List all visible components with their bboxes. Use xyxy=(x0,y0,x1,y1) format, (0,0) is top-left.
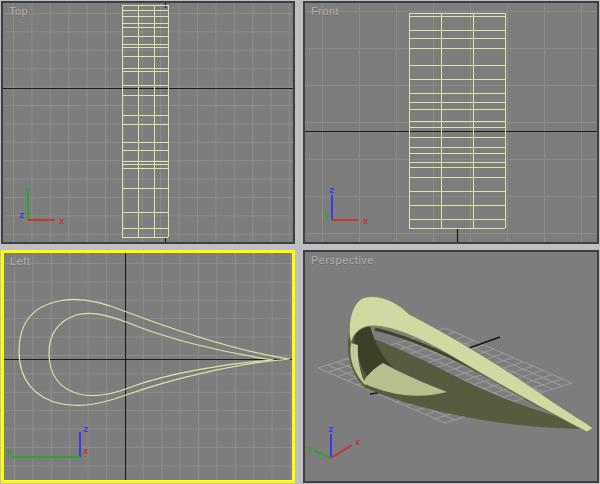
viewport-left[interactable]: Left z y x xyxy=(1,250,295,483)
perspective-axis-tripod-icon: z y x xyxy=(307,424,361,458)
perspective-axis-y-label: y xyxy=(307,444,313,454)
top-axis-z-label: z xyxy=(19,210,24,220)
viewport-top-canvas: y x z xyxy=(3,3,293,242)
viewport-perspective-canvas: z y x xyxy=(305,252,597,481)
front-axis-z-label: z xyxy=(329,185,334,195)
viewport-front-label[interactable]: Front xyxy=(311,5,339,17)
viewport-left-label[interactable]: Left xyxy=(10,255,30,267)
viewport-left-canvas: z y x xyxy=(4,253,292,480)
model-perspective-ribbon[interactable] xyxy=(348,297,593,432)
viewport-front[interactable]: Front z x y xyxy=(303,1,599,244)
perspective-axis-x-label: x xyxy=(355,437,361,447)
top-axis-x-label: x xyxy=(59,216,65,226)
top-grid xyxy=(3,3,293,242)
top-axis-y-label: y xyxy=(25,185,31,195)
viewport-front-canvas: z x y xyxy=(305,3,597,242)
front-axis-x-label: x xyxy=(363,216,369,226)
left-axis-y-label: y xyxy=(6,446,12,456)
viewport-perspective[interactable]: Perspective z y x xyxy=(303,250,599,483)
left-axis-x-label: x xyxy=(83,446,89,456)
viewport-perspective-label[interactable]: Perspective xyxy=(311,254,374,266)
front-axis-y-label: y xyxy=(324,210,330,220)
left-grid xyxy=(4,253,292,480)
left-axis-z-label: z xyxy=(83,424,88,434)
viewport-top[interactable]: Top y x z xyxy=(1,1,295,244)
perspective-axis-z-label: z xyxy=(328,424,333,434)
viewport-top-label[interactable]: Top xyxy=(9,5,28,17)
